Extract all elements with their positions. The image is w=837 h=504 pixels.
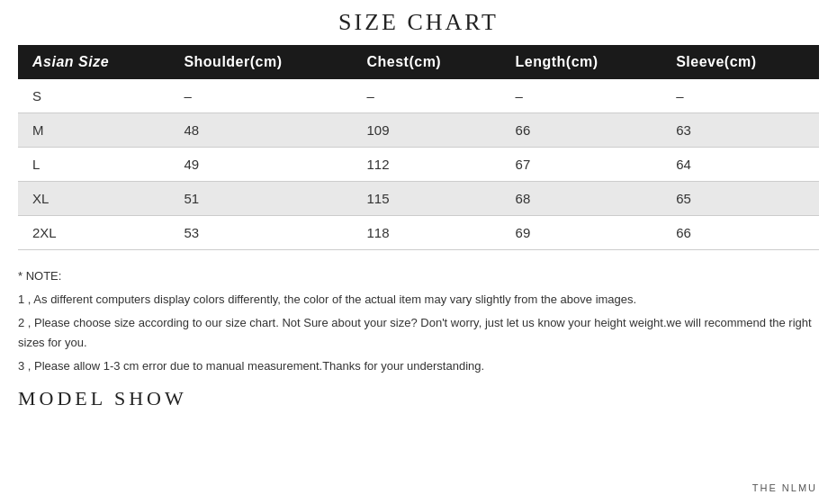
table-row: S–––– (18, 79, 819, 113)
cell-3-1: 51 (169, 182, 352, 216)
cell-2-0: L (18, 148, 169, 182)
cell-1-4: 63 (662, 113, 819, 148)
table-header: Asian SizeShoulder(cm)Chest(cm)Length(cm… (18, 45, 819, 79)
cell-3-0: XL (18, 182, 169, 216)
table-body: S––––M481096663L491126764XL5111568652XL5… (18, 79, 819, 250)
header-row: Asian SizeShoulder(cm)Chest(cm)Length(cm… (18, 45, 819, 79)
cell-2-1: 49 (169, 148, 352, 182)
cell-4-0: 2XL (18, 216, 169, 250)
cell-4-1: 53 (169, 216, 352, 250)
col-header-0: Asian Size (18, 45, 169, 79)
size-chart-table: Asian SizeShoulder(cm)Chest(cm)Length(cm… (18, 45, 819, 250)
col-header-4: Sleeve(cm) (662, 45, 819, 79)
cell-0-2: – (352, 79, 500, 113)
note-item-2: 2 , Please choose size according to our … (18, 313, 819, 353)
table-row: L491126764 (18, 148, 819, 182)
cell-4-2: 118 (352, 216, 500, 250)
cell-0-1: – (169, 79, 352, 113)
cell-1-0: M (18, 113, 169, 148)
table-row: M481096663 (18, 113, 819, 148)
table-row: XL511156865 (18, 182, 819, 216)
notes-section: * NOTE: 1 , As different computers displ… (18, 266, 819, 376)
page-title: SIZE CHART (18, 9, 819, 36)
notes-label: * NOTE: (18, 266, 819, 286)
brand-label: THE NLMU (752, 482, 817, 493)
cell-0-0: S (18, 79, 169, 113)
cell-4-4: 66 (662, 216, 819, 250)
cell-2-2: 112 (352, 148, 500, 182)
col-header-3: Length(cm) (501, 45, 662, 79)
cell-0-4: – (662, 79, 819, 113)
cell-4-3: 69 (501, 216, 662, 250)
cell-0-3: – (501, 79, 662, 113)
note-item-3: 3 , Please allow 1-3 cm error due to man… (18, 356, 819, 376)
model-show-title: MODEL SHOW (18, 387, 819, 410)
cell-2-4: 64 (662, 148, 819, 182)
note-item-1: 1 , As different computers display color… (18, 290, 819, 310)
cell-1-3: 66 (501, 113, 662, 148)
cell-2-3: 67 (501, 148, 662, 182)
col-header-2: Chest(cm) (352, 45, 500, 79)
cell-3-4: 65 (662, 182, 819, 216)
cell-1-2: 109 (352, 113, 500, 148)
cell-3-2: 115 (352, 182, 500, 216)
col-header-1: Shoulder(cm) (169, 45, 352, 79)
cell-3-3: 68 (501, 182, 662, 216)
page-container: SIZE CHART Asian SizeShoulder(cm)Chest(c… (0, 0, 837, 504)
table-row: 2XL531186966 (18, 216, 819, 250)
cell-1-1: 48 (169, 113, 352, 148)
